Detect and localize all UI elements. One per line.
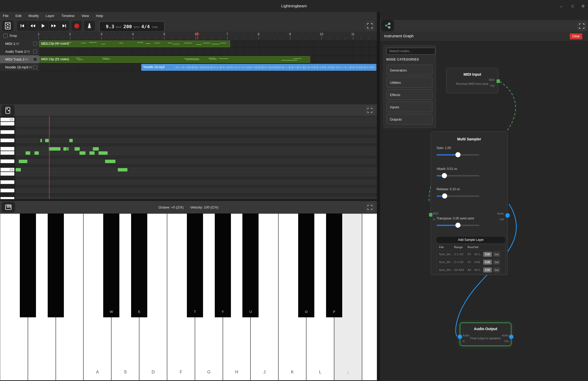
- menu-edit[interactable]: Edit: [13, 12, 24, 20]
- metronome-button[interactable]: [84, 21, 95, 31]
- menu-modify[interactable]: Modify: [26, 12, 42, 20]
- del-button[interactable]: Del: [493, 267, 500, 272]
- black-key[interactable]: O: [298, 213, 314, 317]
- close-icon[interactable]: ⊗: [580, 3, 586, 9]
- category-utilities[interactable]: Utilities: [387, 77, 432, 88]
- audio-out-port[interactable]: [505, 213, 510, 218]
- menu-help[interactable]: Help: [93, 12, 106, 20]
- minimize-icon[interactable]: ⌄: [558, 3, 565, 9]
- audio-in-port[interactable]: [458, 335, 462, 339]
- film-icon[interactable]: [2, 20, 14, 31]
- white-key[interactable]: [362, 213, 377, 380]
- add-sample-layer-button[interactable]: Add Sample Layer: [436, 237, 505, 243]
- track-lane[interactable]: Noodle 18.mp3: [39, 63, 377, 71]
- edit-button[interactable]: Edit: [483, 252, 492, 257]
- roll-key-white[interactable]: [1, 180, 14, 184]
- slider-track[interactable]: [437, 154, 479, 156]
- roll-key-white[interactable]: [1, 139, 14, 142]
- track-header[interactable]: MIDI Track 2[A]-: [0, 55, 39, 63]
- midi-note[interactable]: [16, 168, 21, 171]
- black-key[interactable]: P: [326, 213, 342, 317]
- edit-button[interactable]: Edit: [483, 260, 492, 265]
- black-key[interactable]: T: [187, 213, 203, 317]
- black-key[interactable]: W: [103, 213, 119, 317]
- piano-roll-icon[interactable]: [1, 105, 15, 116]
- node-midi-input[interactable]: MIDI Input Receives MIDI from track MIDI…: [446, 68, 498, 93]
- edit-button[interactable]: Edit: [483, 267, 492, 272]
- midi-note[interactable]: [26, 151, 30, 155]
- black-key[interactable]: [20, 213, 36, 317]
- audio-clip[interactable]: Noodle 18.mp3: [141, 64, 376, 71]
- midi-note[interactable]: [99, 151, 108, 155]
- piano-roll-expand-button[interactable]: [366, 106, 374, 114]
- slider-thumb[interactable]: [455, 223, 461, 228]
- roll-key-white[interactable]: [1, 122, 14, 126]
- slider-track[interactable]: [437, 225, 479, 226]
- track-checkbox[interactable]: -: [33, 65, 37, 69]
- black-key[interactable]: E: [131, 213, 147, 317]
- piano-roll-keys[interactable]: C5C4: [0, 116, 15, 199]
- midi-note[interactable]: [67, 147, 69, 151]
- midi-note[interactable]: [79, 151, 85, 155]
- rewind-button[interactable]: [28, 21, 38, 31]
- fast-forward-button[interactable]: [49, 21, 59, 31]
- maximize-icon[interactable]: ◇: [569, 3, 576, 9]
- timeline-ruler[interactable]: 1234567891011: [0, 32, 377, 40]
- category-effects[interactable]: Effects: [387, 89, 432, 100]
- category-outputs[interactable]: Outputs: [387, 114, 432, 124]
- menu-view[interactable]: View: [78, 12, 92, 20]
- slider-track[interactable]: [437, 175, 479, 176]
- track-checkbox[interactable]: -: [33, 57, 37, 61]
- track-header[interactable]: Noodle 18.mp3[A]-: [0, 63, 39, 71]
- midi-note[interactable]: [19, 160, 27, 163]
- midi-note[interactable]: [40, 139, 42, 142]
- midi-note[interactable]: [63, 147, 67, 151]
- category-generators[interactable]: Generators: [387, 65, 432, 75]
- play-button[interactable]: [38, 21, 48, 31]
- midi-clip[interactable]: MIDI Clip (21 notes): [39, 56, 310, 63]
- track-lane[interactable]: MIDI Clip (21 notes): [39, 55, 377, 63]
- black-key[interactable]: U: [242, 213, 259, 317]
- node-graph-icon[interactable]: [381, 20, 394, 31]
- timeline-expand-button[interactable]: [366, 22, 374, 30]
- del-button[interactable]: Del: [493, 260, 500, 265]
- slider-thumb[interactable]: [455, 152, 461, 157]
- category-inputs[interactable]: Inputs: [387, 102, 432, 112]
- midi-note[interactable]: [118, 168, 127, 171]
- midi-note[interactable]: [93, 147, 99, 151]
- midi-note[interactable]: [89, 151, 95, 155]
- roll-key-white[interactable]: [1, 172, 14, 176]
- piano-roll-grid[interactable]: [15, 116, 377, 199]
- panel-divider[interactable]: [377, 12, 380, 381]
- snap-checkbox[interactable]: [3, 34, 8, 38]
- black-key[interactable]: [48, 213, 64, 317]
- midi-note[interactable]: [49, 147, 60, 151]
- midi-note[interactable]: [69, 139, 73, 142]
- roll-key-white[interactable]: [1, 189, 14, 192]
- midi-note[interactable]: [34, 151, 39, 155]
- midi-note[interactable]: [45, 139, 49, 142]
- menu-timeline[interactable]: Timeline: [58, 12, 77, 20]
- node-multi-sampler[interactable]: Multi Sampler Gain: 1.00Attack: 0.01 ssR…: [431, 132, 508, 275]
- audio-out-port[interactable]: [509, 335, 513, 339]
- slider-track[interactable]: [437, 195, 479, 197]
- skip-end-button[interactable]: [59, 21, 69, 31]
- keyboard-expand-button[interactable]: [366, 204, 374, 211]
- track-checkbox[interactable]: -: [33, 50, 37, 53]
- midi-out-port[interactable]: [497, 79, 500, 83]
- track-header[interactable]: Audio Track 2[A]-: [0, 47, 39, 56]
- slider-thumb[interactable]: [442, 193, 447, 199]
- roll-key-white[interactable]: [1, 159, 14, 163]
- clear-button[interactable]: Clear: [570, 33, 582, 39]
- black-key[interactable]: Y: [215, 213, 231, 317]
- midi-note[interactable]: [75, 147, 80, 151]
- slider-thumb[interactable]: [442, 173, 447, 178]
- del-button[interactable]: Del: [493, 252, 500, 257]
- midi-clip[interactable]: MIDI Clip (40 notes): [39, 40, 230, 47]
- skip-start-button[interactable]: [17, 21, 28, 31]
- node-audio-output[interactable]: Audio Output Final output to speakers Au…: [460, 323, 511, 346]
- roll-key-white[interactable]: [1, 147, 14, 151]
- track-header[interactable]: MIDI 1[A]-: [0, 40, 39, 48]
- record-button[interactable]: [71, 21, 82, 31]
- roll-key-white[interactable]: [1, 151, 14, 155]
